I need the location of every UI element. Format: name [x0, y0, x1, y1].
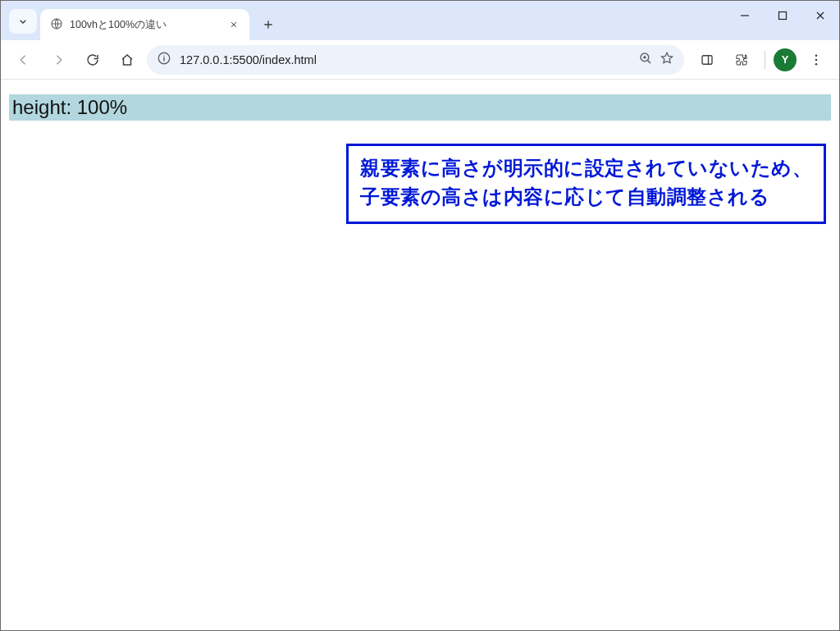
forward-button[interactable]	[43, 45, 73, 75]
tab-title: 100vhと100%の違い	[70, 18, 220, 32]
svg-rect-4	[702, 55, 712, 64]
window-controls	[726, 1, 839, 30]
close-icon	[815, 11, 825, 21]
reload-icon	[85, 53, 100, 67]
profile-avatar[interactable]: Y	[774, 48, 797, 71]
side-panel-button[interactable]	[692, 45, 722, 75]
reload-button[interactable]	[78, 45, 107, 75]
browser-toolbar: Y	[1, 40, 839, 80]
window-maximize-button[interactable]	[764, 1, 801, 30]
star-icon	[660, 51, 674, 66]
home-button[interactable]	[112, 45, 142, 75]
bookmark-button[interactable]	[660, 51, 674, 68]
site-info-icon[interactable]	[157, 51, 171, 68]
url-input[interactable]	[180, 53, 630, 66]
tab-close-button[interactable]	[226, 17, 241, 32]
omnibox-actions	[638, 51, 674, 68]
demo-box-text: height: 100%	[12, 96, 127, 118]
address-bar[interactable]	[147, 45, 684, 75]
home-icon	[120, 53, 135, 67]
svg-point-7	[815, 62, 818, 65]
zoom-icon	[638, 51, 653, 66]
close-icon	[229, 20, 239, 30]
browser-tab[interactable]: 100vhと100%の違い	[40, 9, 249, 40]
arrow-right-icon	[51, 53, 66, 67]
svg-point-6	[815, 58, 818, 61]
zoom-button[interactable]	[638, 51, 653, 68]
info-icon	[157, 51, 171, 66]
window-close-button[interactable]	[801, 1, 839, 30]
annotation-line-1: 親要素に高さが明示的に設定されていないため、	[360, 154, 812, 183]
back-button[interactable]	[9, 45, 39, 75]
arrow-left-icon	[16, 53, 31, 67]
plus-icon	[262, 18, 275, 31]
globe-icon	[50, 17, 63, 33]
svg-point-5	[815, 54, 818, 57]
new-tab-button[interactable]	[256, 12, 281, 37]
demo-box: height: 100%	[9, 94, 831, 121]
annotation-callout: 親要素に高さが明示的に設定されていないため、 子要素の高さは内容に応じて自動調整…	[346, 144, 826, 224]
svg-rect-1	[779, 12, 787, 20]
maximize-icon	[778, 11, 788, 21]
extensions-button[interactable]	[727, 45, 756, 75]
puzzle-icon	[734, 53, 749, 67]
annotation-line-2: 子要素の高さは内容に応じて自動調整される	[360, 183, 812, 212]
chevron-down-icon	[16, 15, 30, 28]
window-minimize-button[interactable]	[726, 1, 764, 30]
tab-search-button[interactable]	[9, 9, 37, 34]
kebab-icon	[809, 53, 824, 67]
menu-button[interactable]	[801, 45, 831, 75]
avatar-letter: Y	[782, 53, 789, 66]
minimize-icon	[740, 11, 750, 21]
separator	[765, 51, 765, 69]
toolbar-right: Y	[689, 45, 831, 75]
browser-titlebar: 100vhと100%の違い	[1, 1, 839, 40]
page-viewport: height: 100% 親要素に高さが明示的に設定されていないため、 子要素の…	[1, 80, 839, 630]
panel-icon	[700, 53, 714, 67]
